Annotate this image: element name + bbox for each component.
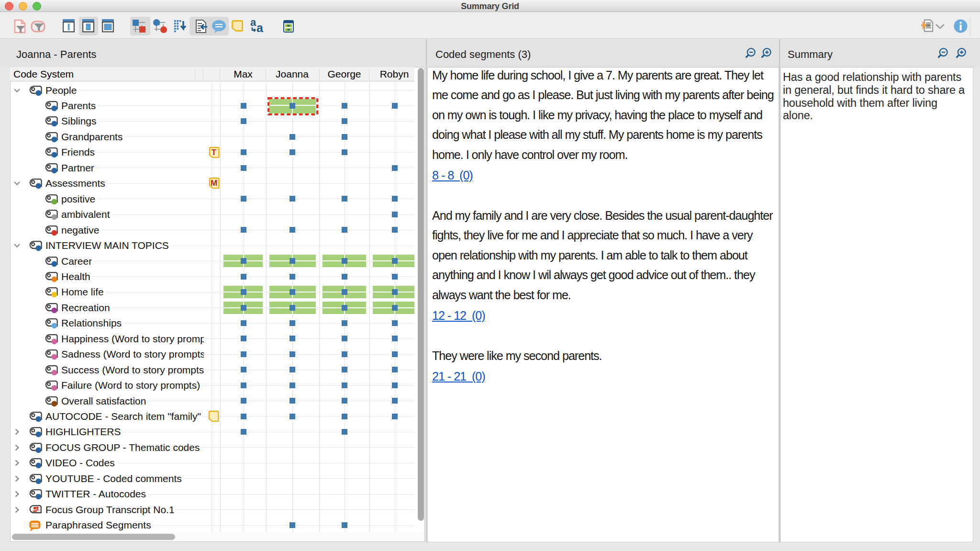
svg-text:T: T: [212, 148, 217, 157]
svg-text:a: a: [250, 18, 256, 28]
svg-text:a: a: [256, 21, 264, 33]
svg-text:M: M: [211, 179, 217, 188]
